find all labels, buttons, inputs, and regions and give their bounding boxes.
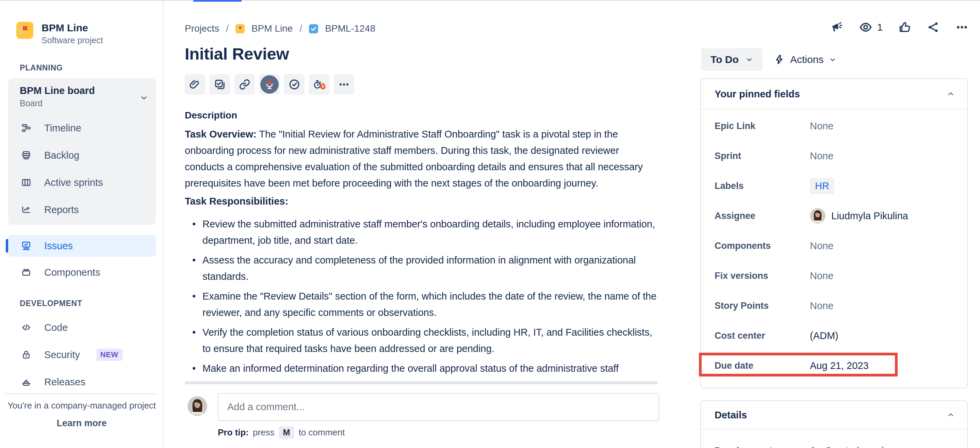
field-label: Development: [714, 446, 810, 448]
sidebar-footer-divider: [5, 394, 157, 394]
paperclip-icon: [189, 79, 201, 90]
comment-input[interactable]: [218, 394, 659, 420]
chart-line-icon: [21, 205, 31, 215]
board-switcher-card: BPM Line board Board Timeline Backlog Ac…: [8, 78, 156, 225]
sidebar-item-components[interactable]: Components: [8, 261, 156, 283]
breadcrumb-projects[interactable]: Projects: [185, 23, 219, 34]
field-value[interactable]: None: [810, 270, 833, 282]
jira-issue-page: BPM Line Software project PLANNING BPM L…: [0, 0, 980, 448]
list-item: Examine the "Review Details" section of …: [185, 288, 659, 321]
board-switcher[interactable]: BPM Line board Board: [8, 85, 156, 108]
add-child-issue-button[interactable]: [210, 74, 230, 95]
breadcrumb-issue-key[interactable]: BPML-1248: [325, 23, 375, 34]
project-title-block: BPM Line Software project: [41, 22, 103, 45]
status-label: To Do: [711, 54, 739, 65]
status-dropdown[interactable]: To Do: [701, 48, 762, 71]
microphone-icon: [260, 75, 279, 94]
project-type-message: You're in a company-managed project: [0, 400, 163, 411]
protip-tail: to comment: [298, 427, 345, 438]
project-name: BPM Line: [41, 22, 103, 34]
link-issue-button[interactable]: [234, 74, 255, 95]
field-value[interactable]: (ADM): [810, 330, 838, 341]
create-branch-label: Create branch: [824, 445, 887, 448]
list-item: Review the submitted administrative staf…: [185, 216, 659, 249]
section-planning: PLANNING: [20, 63, 63, 73]
field-label: Labels: [714, 181, 810, 191]
sidebar-item-label: Timeline: [44, 123, 81, 134]
board-title: BPM Line board: [20, 85, 148, 96]
timeline-icon: [21, 123, 31, 133]
protip-press: press: [253, 427, 275, 438]
sidebar-item-label: Backlog: [44, 150, 79, 161]
project-flag-icon: [235, 24, 245, 33]
list-item: Make an informed determination regarding…: [185, 360, 659, 376]
label-chip-hr[interactable]: HR: [810, 178, 834, 194]
due-date-value[interactable]: Aug 21, 2023: [810, 360, 869, 371]
content-scroll-divider: [185, 381, 658, 384]
field-value[interactable]: None: [810, 150, 833, 162]
sidebar-item-active-sprints[interactable]: Active sprints: [8, 169, 156, 196]
attach-button[interactable]: [185, 74, 205, 95]
cost-tracking-button[interactable]: $: [309, 74, 329, 95]
backlog-icon: [21, 150, 31, 160]
sidebar-item-backlog[interactable]: Backlog: [8, 142, 156, 169]
field-value[interactable]: None: [810, 240, 833, 252]
details-card: Details Development Create branch: [700, 400, 968, 448]
more-actions-icon[interactable]: [956, 21, 969, 34]
chevron-down-icon[interactable]: [140, 93, 148, 102]
sidebar-item-timeline[interactable]: Timeline: [8, 115, 156, 142]
chevron-down-icon: [746, 56, 753, 63]
chevron-up-icon[interactable]: [947, 411, 955, 419]
issue-header-actions: 1: [830, 21, 969, 34]
field-value[interactable]: None: [810, 121, 833, 132]
sidebar-item-label: Security: [44, 349, 80, 360]
pinned-fields-header[interactable]: Your pinned fields: [701, 79, 967, 109]
feedback-megaphone-icon[interactable]: [830, 21, 843, 34]
breadcrumb-separator: /: [299, 23, 302, 34]
sidebar-item-label: Components: [44, 267, 100, 278]
learn-more-link[interactable]: Learn more: [0, 418, 163, 429]
details-title: Details: [714, 410, 747, 421]
keyboard-key-m: M: [279, 426, 295, 439]
ellipsis-icon: [338, 79, 350, 90]
field-label: Due date: [714, 360, 810, 371]
thumbs-up-icon[interactable]: [898, 21, 911, 34]
field-row-development: Development Create branch: [701, 436, 967, 448]
loading-progress-bar: [193, 0, 242, 2]
list-item: Verify the completion status of various …: [185, 324, 659, 357]
record-voice-button[interactable]: [259, 74, 280, 95]
sidebar-item-issues[interactable]: Issues: [8, 235, 156, 257]
comment-protip: Pro tip: press M to comment: [218, 426, 345, 439]
watchers-group[interactable]: 1: [859, 21, 883, 34]
sidebar-item-code[interactable]: Code: [8, 317, 156, 338]
chevron-up-icon[interactable]: [947, 90, 955, 98]
subtask-icon: [214, 79, 226, 90]
chevron-down-icon: [829, 56, 837, 63]
breadcrumb-project[interactable]: BPM Line: [251, 23, 293, 34]
create-branch-link[interactable]: Create branch: [810, 445, 887, 448]
responsibilities-heading: Task Responsibilities:: [185, 195, 659, 207]
details-header[interactable]: Details: [701, 401, 967, 429]
time-tracking-button[interactable]: [284, 74, 305, 95]
sidebar-item-security[interactable]: Security NEW: [8, 344, 156, 366]
overview-bold-label: Task Overview:: [185, 129, 256, 140]
share-icon[interactable]: [927, 21, 940, 34]
assignee-value[interactable]: Liudmyla Pikulina: [810, 208, 908, 224]
sidebar-item-reports[interactable]: Reports: [8, 196, 156, 223]
project-type: Software project: [41, 35, 103, 45]
ship-icon: [21, 377, 31, 387]
description-heading: Description: [185, 110, 659, 121]
sidebar-item-label: Active sprints: [44, 177, 103, 188]
issue-title[interactable]: Initial Review: [185, 43, 659, 64]
pinned-fields-title: Your pinned fields: [714, 89, 800, 100]
sidebar-item-releases[interactable]: Releases: [8, 371, 156, 393]
toolbar-more-button[interactable]: [334, 74, 354, 95]
current-user-avatar: [188, 396, 207, 416]
assignee-name: Liudmyla Pikulina: [831, 210, 908, 222]
responsibilities-list: Review the submitted administrative staf…: [185, 216, 659, 376]
description-overview: Task Overview: The "Initial Review for A…: [185, 126, 659, 191]
git-branch-icon: [810, 446, 820, 448]
actions-dropdown[interactable]: Actions: [774, 48, 837, 71]
field-value[interactable]: None: [810, 300, 833, 311]
field-label: Epic Link: [714, 121, 810, 131]
